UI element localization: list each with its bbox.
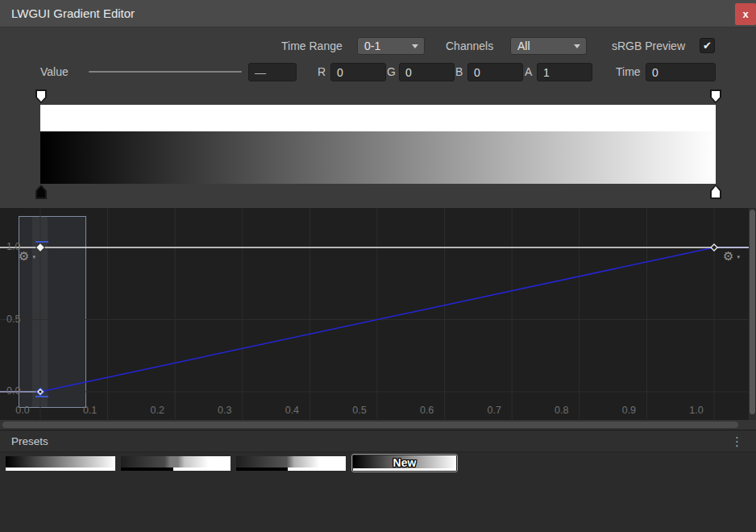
x-tick-label: 0.2 [146, 405, 168, 416]
x-tick-label: 0.8 [550, 405, 573, 416]
preset-gradient [236, 456, 346, 468]
new-button-label: New [352, 455, 457, 472]
x-tick-label: 0.6 [416, 405, 438, 416]
close-button[interactable]: x [735, 3, 756, 25]
gear-icon-right[interactable]: ⚙ ▾ [723, 249, 737, 264]
channels-dropdown[interactable]: All [510, 37, 587, 55]
kebab-menu-icon[interactable]: ⋮ [731, 430, 743, 452]
chevron-down-icon [412, 44, 418, 48]
channels-value: All [517, 39, 530, 52]
curve-canvas [0, 208, 756, 430]
alpha-key-marker-left[interactable] [35, 89, 47, 103]
time-range-label: Time Range [281, 37, 343, 55]
presets-header: Presets ⋮ [0, 430, 756, 452]
alpha-key-marker-right[interactable] [710, 89, 721, 103]
x-tick-label: 0.7 [483, 405, 505, 416]
a-field[interactable] [537, 63, 592, 81]
x-tick-label: 0.0 [11, 405, 34, 416]
x-tick-label: 0.4 [280, 405, 303, 416]
window-title: LWGUI Gradient Editor [11, 0, 135, 27]
caret-down-icon: ▾ [737, 250, 740, 264]
x-tick-label: 0.5 [348, 405, 371, 416]
gear-glyph: ⚙ [723, 249, 733, 263]
g-label: G [387, 63, 396, 81]
vertical-scrollbar[interactable] [749, 208, 756, 420]
preset-alpha-bar [236, 468, 346, 471]
x-tick-label: 0.1 [79, 405, 102, 416]
y-tick-label: 0.5 [6, 314, 29, 325]
srgb-preview-checkbox[interactable]: ✔ [700, 38, 715, 53]
curve-editor[interactable]: ⚙ ▾ ⚙ ▾ 1.00.50.0 0.00.10.20.30.40.50.60… [0, 208, 756, 430]
preset-gradient [6, 456, 115, 468]
gradient-editor-window: LWGUI Gradient Editor x Time Range 0-1 C… [0, 0, 756, 532]
caret-down-icon: ▾ [32, 250, 35, 264]
preset-gradient [121, 456, 231, 468]
value-slider[interactable] [89, 71, 242, 73]
channels-label: Channels [446, 37, 493, 55]
title-bar[interactable]: LWGUI Gradient Editor x [0, 0, 756, 27]
b-field[interactable] [467, 63, 523, 81]
gear-icon-left[interactable]: ⚙ ▾ [19, 249, 33, 264]
x-tick-label: 0.9 [617, 405, 640, 416]
check-icon: ✔ [703, 39, 712, 52]
r-label: R [318, 63, 326, 81]
preset-alpha-bar [121, 468, 231, 471]
time-range-value: 0-1 [364, 39, 380, 52]
b-label: B [455, 63, 463, 81]
a-label: A [525, 63, 532, 81]
value-label: Value [40, 63, 69, 81]
new-preset-button[interactable]: New [351, 454, 458, 472]
chevron-down-icon [574, 44, 580, 48]
preset-swatch-3[interactable] [236, 456, 346, 471]
g-field[interactable] [399, 63, 455, 81]
presets-title: Presets [11, 430, 48, 452]
horizontal-scrollbar[interactable] [0, 420, 756, 430]
horizontal-scrollbar-thumb[interactable] [2, 422, 738, 428]
preset-swatch-2[interactable] [121, 456, 231, 471]
preset-alpha-bar [6, 468, 115, 471]
color-key-marker-left[interactable] [35, 185, 47, 199]
value-field[interactable] [248, 63, 297, 81]
gradient-preview-strip[interactable] [40, 131, 716, 184]
x-tick-label: 1.0 [685, 405, 708, 416]
selection-band [32, 217, 48, 407]
gear-glyph: ⚙ [19, 249, 29, 263]
srgb-preview-label: sRGB Preview [612, 37, 685, 55]
time-range-dropdown[interactable]: 0-1 [357, 37, 425, 55]
vertical-scrollbar-thumb[interactable] [750, 210, 755, 414]
y-tick-label: 0.0 [6, 385, 29, 397]
x-tick-label: 0.3 [214, 405, 236, 416]
r-field[interactable] [330, 63, 386, 81]
presets-body: New [0, 452, 756, 532]
preset-swatch-1[interactable] [6, 456, 115, 471]
time-field[interactable] [646, 63, 716, 81]
color-key-marker-right[interactable] [710, 185, 721, 199]
alpha-preview-strip[interactable] [40, 105, 716, 131]
time-label: Time [616, 63, 641, 81]
